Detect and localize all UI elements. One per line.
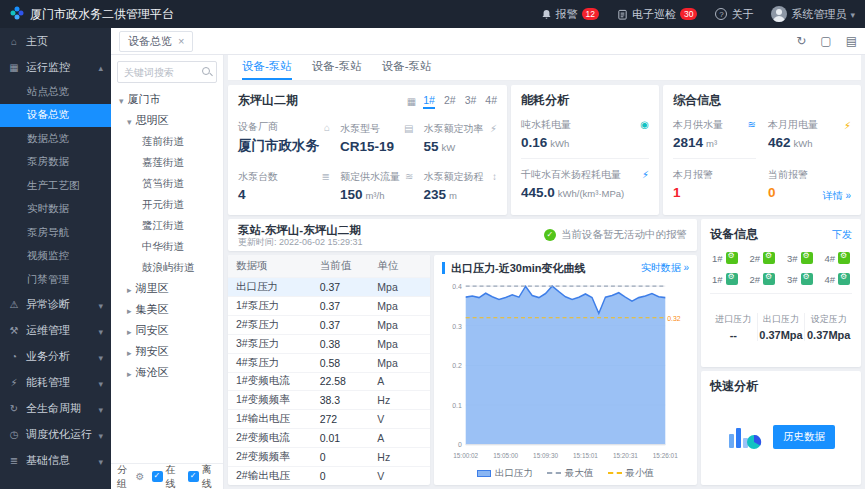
- svg-text:0.32: 0.32: [667, 313, 680, 323]
- table-row[interactable]: 1#泵压力 0.37 Mpa: [228, 296, 430, 315]
- table-row[interactable]: 1#变频电流 22.58 A: [228, 372, 430, 391]
- tree-node-district[interactable]: 翔安区: [111, 341, 223, 362]
- table-row[interactable]: 1#变频频率 38.3 Hz: [228, 390, 430, 409]
- search-icon[interactable]: [202, 67, 210, 75]
- about-button[interactable]: 关于: [715, 7, 753, 22]
- online-checkbox[interactable]: 在线: [152, 463, 181, 489]
- pressure-area-chart[interactable]: 00.10.20.30.40.3215:00:0215:05:0015:09:3…: [442, 277, 689, 465]
- tree-node-street[interactable]: 鹭江街道: [111, 215, 223, 236]
- metric-icon: ◉: [640, 119, 649, 130]
- realtime-data-link[interactable]: 实时数据 »: [641, 261, 689, 275]
- sidebar-group-monitoring[interactable]: ▦ 运行监控: [0, 54, 111, 80]
- legend-item[interactable]: 出口压力: [477, 467, 533, 480]
- energy-metric: 吨水耗电量◉ 0.16kWh: [521, 109, 649, 158]
- device-info-title: 设备信息: [710, 226, 758, 243]
- tree-node-label: 厦门市: [128, 92, 161, 107]
- tree-node-street[interactable]: 莲前街道: [111, 131, 223, 152]
- tree-node-district-open[interactable]: 思明区: [111, 110, 223, 131]
- tree-node-district[interactable]: 海沧区: [111, 362, 223, 383]
- sidebar-subitem[interactable]: 门禁管理: [0, 268, 111, 292]
- detail-link[interactable]: 详情 »: [823, 189, 851, 203]
- table-row[interactable]: 2#变频电流 0.01 A: [228, 428, 430, 447]
- refresh-icon[interactable]: ↻: [796, 34, 806, 48]
- sidebar-item-home[interactable]: ⌂ 主页: [0, 28, 111, 54]
- tree-node-district[interactable]: 同安区: [111, 320, 223, 341]
- legend-item[interactable]: 最小值: [608, 467, 655, 480]
- table-row[interactable]: 4#泵压力 0.58 Mpa: [228, 353, 430, 372]
- sidebar-subitem[interactable]: 泵房数据: [0, 151, 111, 175]
- tree-node-street[interactable]: 筼筜街道: [111, 173, 223, 194]
- sidebar-group[interactable]: ↻ 全生命周期: [0, 396, 111, 422]
- sidebar-groups: ⚠ 异常诊断 ⚒ 运维管理 ◔ 业务分析 ⚡ 能耗管理: [0, 292, 111, 474]
- sidebar-group[interactable]: ⚒ 运维管理: [0, 318, 111, 344]
- legend-item[interactable]: 最大值: [547, 467, 594, 480]
- station-tab[interactable]: 设备-泵站: [382, 55, 432, 80]
- legend-swatch: [608, 472, 622, 474]
- cell-value: 38.3: [320, 394, 378, 406]
- sidebar-subitem[interactable]: 数据总览: [0, 127, 111, 151]
- table-row[interactable]: 2#输出电压 0 V: [228, 466, 430, 485]
- table-row[interactable]: 3#泵压力 0.38 Mpa: [228, 334, 430, 353]
- metric-value: 0: [768, 185, 776, 200]
- cell-item: 1#变频频率: [236, 393, 320, 407]
- inspection-button[interactable]: 电子巡检 30: [617, 7, 697, 22]
- table-row[interactable]: 2#泵压力 0.37 Mpa: [228, 315, 430, 334]
- sidebar-group[interactable]: ≣ 基础信息: [0, 448, 111, 474]
- close-icon[interactable]: [178, 35, 184, 47]
- svg-text:15:05:00: 15:05:00: [493, 452, 518, 459]
- station-tab[interactable]: 设备-泵站: [242, 55, 292, 80]
- user-menu[interactable]: 系统管理员: [771, 6, 855, 22]
- vfd-icon: [838, 273, 850, 285]
- sidebar-group[interactable]: ⚠ 异常诊断: [0, 292, 111, 318]
- vfd-status[interactable]: 2#: [749, 273, 775, 285]
- history-data-button[interactable]: 历史数据: [773, 425, 835, 449]
- tab-device-overview[interactable]: 设备总览: [119, 31, 193, 52]
- sidebar-subitem[interactable]: 生产工艺图: [0, 174, 111, 198]
- sidebar-subitem[interactable]: 站点总览: [0, 80, 111, 104]
- fullscreen-icon[interactable]: ▢: [820, 34, 831, 48]
- no-alarm-text: 当前设备暂无活动中的报警: [561, 228, 687, 242]
- tree-node-district[interactable]: 湖里区: [111, 278, 223, 299]
- col-unit: 单位: [377, 259, 422, 273]
- pump-status[interactable]: 3#: [787, 252, 813, 264]
- sidebar-group[interactable]: ◷ 调度优化运行: [0, 422, 111, 448]
- cell-unit: Mpa: [377, 319, 422, 331]
- sidebar-group-label: 基础信息: [26, 453, 70, 468]
- sidebar-group-label: 能耗管理: [26, 375, 70, 390]
- pump-status[interactable]: 2#: [749, 252, 775, 264]
- cell-unit: Hz: [377, 451, 422, 463]
- pump-status[interactable]: 1#: [712, 252, 738, 264]
- tree-node-city[interactable]: 厦门市: [111, 89, 223, 110]
- offline-checkbox[interactable]: 离线: [188, 463, 217, 489]
- tree-node-street[interactable]: 中华街道: [111, 236, 223, 257]
- sidebar-group[interactable]: ◔ 业务分析: [0, 344, 111, 370]
- sidebar-subitem[interactable]: 视频监控: [0, 245, 111, 269]
- pump-icon: [801, 252, 813, 264]
- station-tab[interactable]: 设备-泵站: [312, 55, 362, 80]
- pump-tab[interactable]: 3#: [465, 93, 477, 109]
- tree-node-district[interactable]: 集美区: [111, 299, 223, 320]
- layout-icon[interactable]: ▤: [846, 34, 857, 48]
- sidebar-group[interactable]: ⚡ 能耗管理: [0, 370, 111, 396]
- pump-status[interactable]: 4#: [824, 252, 850, 264]
- table-row[interactable]: 出口压力 0.37 Mpa: [228, 277, 430, 296]
- group-button[interactable]: 分组: [117, 463, 145, 489]
- alarm-button[interactable]: 报警 12: [541, 7, 599, 22]
- table-row[interactable]: 1#输出电压 272 V: [228, 409, 430, 428]
- pump-tab[interactable]: 4#: [485, 93, 497, 109]
- cell-value: 22.58: [320, 375, 378, 387]
- vfd-status[interactable]: 3#: [787, 273, 813, 285]
- vfd-status[interactable]: 4#: [824, 273, 850, 285]
- pump-tab[interactable]: 2#: [444, 93, 456, 109]
- pump-tab[interactable]: 1#: [423, 93, 435, 109]
- tree-node-street[interactable]: 开元街道: [111, 194, 223, 215]
- dispatch-link[interactable]: 下发: [832, 228, 852, 242]
- table-row[interactable]: 2#变频频率 0 Hz: [228, 447, 430, 466]
- metric-value: 462: [768, 135, 791, 150]
- tree-node-street[interactable]: 嘉莲街道: [111, 152, 223, 173]
- sidebar-subitem[interactable]: 设备总览: [0, 104, 111, 128]
- vfd-status[interactable]: 1#: [712, 273, 738, 285]
- sidebar-subitem[interactable]: 泵房导航: [0, 221, 111, 245]
- sidebar-subitem[interactable]: 实时数据: [0, 198, 111, 222]
- tree-node-street[interactable]: 鼓浪屿街道: [111, 257, 223, 278]
